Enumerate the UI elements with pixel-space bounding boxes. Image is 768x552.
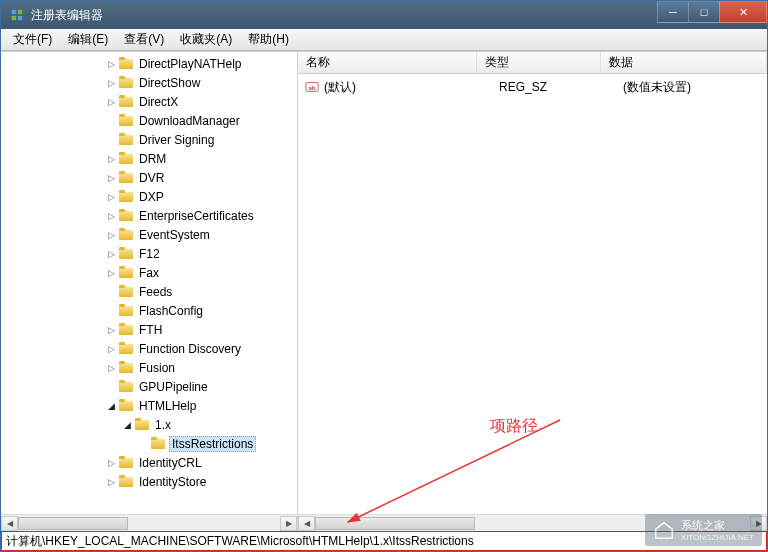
tree-item[interactable]: ◢1.x bbox=[9, 415, 297, 434]
tree-item[interactable]: ▷DXP bbox=[9, 187, 297, 206]
tree-item-label: ItssRestrictions bbox=[169, 436, 256, 452]
tree-item[interactable]: ◢HTMLHelp bbox=[9, 396, 297, 415]
chevron-right-icon[interactable]: ▷ bbox=[105, 58, 117, 70]
scroll-thumb[interactable] bbox=[315, 517, 475, 530]
scroll-right-button[interactable]: ▶ bbox=[280, 516, 297, 531]
tree-item-label: GPUPipeline bbox=[137, 380, 210, 394]
folder-icon bbox=[119, 58, 133, 70]
tree-item-label: IdentityCRL bbox=[137, 456, 204, 470]
tree-item-label: 1.x bbox=[153, 418, 173, 432]
tree-item[interactable]: GPUPipeline bbox=[9, 377, 297, 396]
value-name: (默认) bbox=[324, 79, 497, 96]
chevron-right-icon[interactable]: ▷ bbox=[105, 210, 117, 222]
column-type[interactable]: 类型 bbox=[477, 52, 601, 73]
chevron-right-icon[interactable]: ▷ bbox=[105, 248, 117, 260]
twist-spacer bbox=[105, 305, 117, 317]
folder-icon bbox=[119, 476, 133, 488]
chevron-right-icon[interactable]: ▷ bbox=[105, 229, 117, 241]
menu-help[interactable]: 帮助(H) bbox=[240, 29, 297, 50]
value-row[interactable]: ab(默认)REG_SZ(数值未设置) bbox=[298, 78, 767, 96]
tree-item-label: Fusion bbox=[137, 361, 177, 375]
titlebar[interactable]: 注册表编辑器 ─ □ ✕ bbox=[1, 1, 767, 29]
tree-item[interactable]: Driver Signing bbox=[9, 130, 297, 149]
chevron-right-icon[interactable]: ▷ bbox=[105, 172, 117, 184]
tree-item[interactable]: ▷Fusion bbox=[9, 358, 297, 377]
tree-item-label: Fax bbox=[137, 266, 161, 280]
tree-hscrollbar[interactable]: ◀ ▶ bbox=[1, 514, 297, 531]
tree-item[interactable]: ▷EnterpriseCertificates bbox=[9, 206, 297, 225]
twist-spacer bbox=[105, 134, 117, 146]
minimize-button[interactable]: ─ bbox=[657, 1, 689, 23]
svg-rect-3 bbox=[18, 16, 22, 20]
tree-item[interactable]: ▷DirectShow bbox=[9, 73, 297, 92]
folder-icon bbox=[119, 153, 133, 165]
tree-item[interactable]: ▷DRM bbox=[9, 149, 297, 168]
maximize-button[interactable]: □ bbox=[688, 1, 720, 23]
tree-item[interactable]: ItssRestrictions bbox=[9, 434, 297, 453]
chevron-right-icon[interactable]: ▷ bbox=[105, 457, 117, 469]
tree-item-label: Function Discovery bbox=[137, 342, 243, 356]
chevron-right-icon[interactable]: ▷ bbox=[105, 77, 117, 89]
close-button[interactable]: ✕ bbox=[719, 1, 767, 23]
menu-favorites[interactable]: 收藏夹(A) bbox=[172, 29, 240, 50]
twist-spacer bbox=[105, 115, 117, 127]
regedit-icon bbox=[9, 7, 25, 23]
svg-rect-0 bbox=[12, 10, 16, 14]
tree-item[interactable]: ▷F12 bbox=[9, 244, 297, 263]
chevron-right-icon[interactable]: ▷ bbox=[105, 96, 117, 108]
chevron-right-icon[interactable]: ▷ bbox=[105, 476, 117, 488]
tree-view[interactable]: ▷DirectPlayNATHelp▷DirectShow▷DirectXDow… bbox=[1, 52, 297, 514]
tree-item[interactable]: ▷DirectPlayNATHelp bbox=[9, 54, 297, 73]
tree-item-label: DRM bbox=[137, 152, 168, 166]
folder-icon bbox=[119, 229, 133, 241]
menu-file[interactable]: 文件(F) bbox=[5, 29, 60, 50]
tree-item-label: Driver Signing bbox=[137, 133, 216, 147]
watermark-text: 系统之家 bbox=[681, 518, 754, 533]
column-data[interactable]: 数据 bbox=[601, 52, 767, 73]
scroll-left-button[interactable]: ◀ bbox=[1, 516, 18, 531]
folder-icon bbox=[119, 381, 133, 393]
twist-spacer bbox=[105, 286, 117, 298]
tree-item[interactable]: ▷EventSystem bbox=[9, 225, 297, 244]
chevron-down-icon[interactable]: ◢ bbox=[121, 419, 133, 431]
chevron-right-icon[interactable]: ▷ bbox=[105, 343, 117, 355]
folder-icon bbox=[119, 457, 133, 469]
list-pane: 名称 类型 数据 ab(默认)REG_SZ(数值未设置) ◀ ▶ bbox=[298, 52, 767, 531]
svg-text:ab: ab bbox=[308, 84, 315, 91]
tree-item-label: DownloadManager bbox=[137, 114, 242, 128]
tree-item[interactable]: FlashConfig bbox=[9, 301, 297, 320]
tree-item-label: DirectShow bbox=[137, 76, 202, 90]
tree-item-label: IdentityStore bbox=[137, 475, 208, 489]
tree-item[interactable]: Feeds bbox=[9, 282, 297, 301]
tree-item[interactable]: ▷IdentityCRL bbox=[9, 453, 297, 472]
chevron-right-icon[interactable]: ▷ bbox=[105, 324, 117, 336]
twist-spacer bbox=[137, 438, 149, 450]
tree-item[interactable]: ▷Function Discovery bbox=[9, 339, 297, 358]
chevron-right-icon[interactable]: ▷ bbox=[105, 191, 117, 203]
menu-view[interactable]: 查看(V) bbox=[116, 29, 172, 50]
tree-item[interactable]: ▷FTH bbox=[9, 320, 297, 339]
tree-item-label: DirectPlayNATHelp bbox=[137, 57, 243, 71]
tree-item[interactable]: DownloadManager bbox=[9, 111, 297, 130]
tree-item[interactable]: ▷IdentityStore bbox=[9, 472, 297, 491]
folder-icon bbox=[119, 134, 133, 146]
scroll-left-button[interactable]: ◀ bbox=[298, 516, 315, 531]
tree-item-label: F12 bbox=[137, 247, 162, 261]
chevron-right-icon[interactable]: ▷ bbox=[105, 153, 117, 165]
column-headers: 名称 类型 数据 bbox=[298, 52, 767, 74]
tree-item[interactable]: ▷Fax bbox=[9, 263, 297, 282]
value-type: REG_SZ bbox=[497, 80, 621, 94]
tree-item[interactable]: ▷DirectX bbox=[9, 92, 297, 111]
scroll-track[interactable] bbox=[18, 516, 280, 531]
tree-item-label: DXP bbox=[137, 190, 166, 204]
chevron-down-icon[interactable]: ◢ bbox=[105, 400, 117, 412]
scroll-thumb[interactable] bbox=[18, 517, 128, 530]
chevron-right-icon[interactable]: ▷ bbox=[105, 267, 117, 279]
watermark-icon bbox=[653, 519, 675, 541]
value-list[interactable]: ab(默认)REG_SZ(数值未设置) bbox=[298, 74, 767, 514]
column-name[interactable]: 名称 bbox=[298, 52, 477, 73]
chevron-right-icon[interactable]: ▷ bbox=[105, 362, 117, 374]
menu-edit[interactable]: 编辑(E) bbox=[60, 29, 116, 50]
tree-item-label: Feeds bbox=[137, 285, 174, 299]
tree-item[interactable]: ▷DVR bbox=[9, 168, 297, 187]
